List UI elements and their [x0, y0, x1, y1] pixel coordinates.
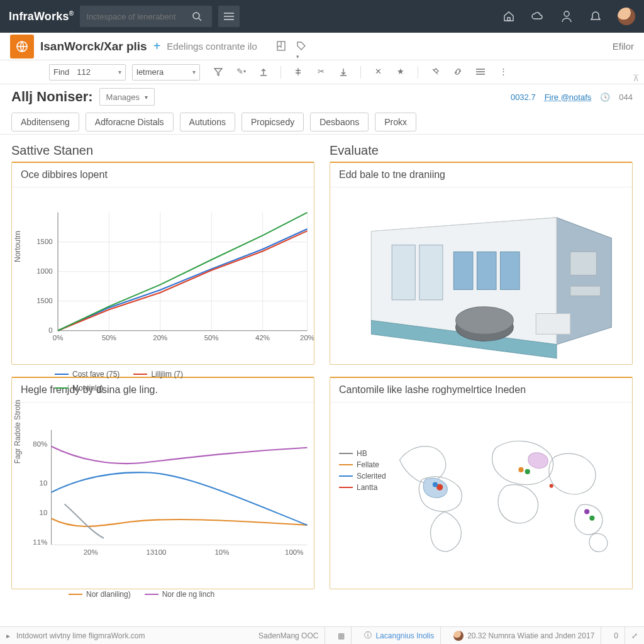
star-icon[interactable]: ★ [395, 66, 406, 77]
footer-user[interactable]: 20.32 Numnra Wiatie and Jnden 2017 [447, 627, 601, 644]
tab-aututions[interactable]: Aututions [180, 113, 235, 131]
clock-icon: 🕓 [600, 92, 610, 102]
manages-select[interactable]: Manages▾ [99, 88, 155, 106]
status-link[interactable]: Fire @notafs [545, 92, 592, 102]
svg-rect-39 [392, 245, 415, 300]
svg-point-61 [518, 467, 523, 472]
tab-abditenseng[interactable]: Abditenseng [11, 113, 79, 131]
text-select[interactable]: letmera ▾ [132, 64, 200, 80]
search-icon[interactable] [192, 11, 202, 21]
search-box[interactable] [80, 6, 212, 27]
map-legend: HB Fellate Sclerited Lantta [330, 402, 387, 589]
svg-text:80%: 80% [33, 440, 47, 448]
world-map [387, 402, 632, 589]
svg-text:100%: 100% [285, 548, 303, 556]
bookmark-icon[interactable] [276, 41, 287, 52]
svg-rect-5 [508, 18, 510, 21]
svg-text:13100: 13100 [147, 548, 167, 556]
subheader: Allj Noniser: Manages▾ 0032.7 Fire @nota… [0, 84, 644, 109]
user-icon[interactable] [560, 9, 574, 23]
chart1-legend: Cost fave (75) Lilljlim (7) Montinlg) [12, 369, 314, 392]
svg-rect-48 [536, 314, 570, 335]
svg-text:1500: 1500 [36, 238, 53, 245]
tab-propicsedy[interactable]: Propicsedy [242, 113, 304, 131]
chart1-body: Nortoutrn 0 1500 1000 1500 0%50%20%50%4 [12, 187, 314, 369]
card-map: Cantomile like lashe roghymelrtice Inede… [330, 377, 633, 589]
svg-text:20%: 20% [300, 334, 314, 341]
section-title-left: Sattive Stanen [11, 143, 314, 158]
svg-text:20%: 20% [84, 548, 98, 556]
card-model: Edd bale to tne draniing [330, 162, 633, 365]
svg-line-1 [199, 18, 201, 21]
svg-point-65 [550, 484, 553, 488]
svg-rect-44 [570, 252, 596, 275]
model-view[interactable] [330, 187, 632, 364]
pin-icon[interactable]: ⊼ [633, 73, 639, 83]
svg-text:42%: 42% [255, 334, 270, 341]
crumb-secondary: Edelings contrante ilo [167, 41, 257, 52]
ribbon-icons: ▾ [276, 41, 308, 52]
align-icon[interactable] [292, 66, 304, 77]
footer-caret-icon[interactable]: ▸ [6, 631, 10, 640]
bell-icon[interactable] [589, 9, 602, 23]
upload-icon[interactable] [258, 66, 269, 77]
cloud-icon[interactable] [531, 9, 545, 23]
chart1-svg: 0 1500 1000 1500 0%50%20%50%42%20% [12, 187, 314, 369]
footer-mid: SadenMang OOC [252, 627, 325, 644]
search-input[interactable] [86, 12, 187, 21]
avatar [453, 631, 464, 641]
tab-prokx[interactable]: Prokx [375, 113, 416, 131]
menu-button[interactable] [218, 6, 240, 27]
tab-adforacne[interactable]: Adforacne Distals [86, 113, 174, 131]
card-title: Oce dibbires lopent [12, 163, 314, 187]
toolbar: Find 112 ▾ letmera ▾ ✎▾ ✂ ✕ ★ ⋮ [0, 60, 644, 84]
home-icon[interactable] [502, 9, 516, 23]
add-button[interactable]: + [153, 39, 161, 53]
avatar[interactable] [618, 8, 635, 25]
right-column: Evaluate Edd bale to tne draniing [330, 143, 633, 365]
svg-text:10: 10 [40, 509, 48, 517]
status-count: 044 [619, 92, 633, 102]
close-icon[interactable]: ✕ [372, 66, 384, 77]
chart1-ylabel: Nortoutrn [13, 231, 22, 262]
efilor-label[interactable]: Efilor [613, 41, 634, 52]
content-grid: Sattive Stanen Oce dibbires lopent Norto… [0, 135, 644, 626]
find-select[interactable]: Find 112 ▾ [49, 64, 126, 80]
status-code: 0032.7 [511, 92, 536, 102]
svg-point-63 [584, 509, 589, 514]
svg-text:0: 0 [48, 326, 52, 334]
svg-rect-41 [453, 252, 473, 289]
pin-tool-icon[interactable] [430, 66, 441, 77]
left-column: Sattive Stanen Oce dibbires lopent Norto… [11, 143, 314, 365]
download-icon[interactable] [338, 66, 349, 77]
svg-point-6 [564, 11, 569, 16]
card-chart2: Hegle frenjdy by dsina gle ling. Fagr Ra… [11, 377, 314, 589]
footer-grid-icon[interactable]: ▦ [331, 627, 352, 644]
footer-expand-icon[interactable]: ⤢ [631, 631, 638, 640]
footer-zero: 0 [608, 627, 625, 644]
footer-link[interactable]: ⓘLacangnius Inolis [358, 627, 441, 644]
cut-icon[interactable]: ✂ [315, 66, 326, 77]
chart2-legend: Nor dlaniling) Nor dle ng linch [12, 589, 314, 599]
svg-point-47 [456, 307, 514, 335]
svg-text:50%: 50% [102, 334, 116, 341]
pen-icon[interactable]: ✎▾ [235, 66, 247, 77]
svg-point-0 [193, 13, 199, 19]
svg-text:10: 10 [40, 480, 48, 487]
link-icon[interactable] [452, 66, 464, 77]
chart2-body: Fagr Radole Strotn 11%101080% 20%1310010… [12, 402, 314, 589]
tag-icon[interactable]: ▾ [296, 41, 308, 52]
page-title: Allj Noniser: [11, 89, 93, 105]
filter-icon[interactable] [213, 66, 224, 77]
toolbar-icons: ✎▾ ✂ ✕ ★ ⋮ [213, 66, 509, 79]
card-chart1: Oce dibbires lopent Nortoutrn 0 1500 100… [11, 162, 314, 365]
svg-rect-40 [419, 245, 443, 300]
svg-point-62 [525, 469, 530, 474]
svg-rect-43 [501, 252, 520, 289]
more-icon[interactable]: ⋮ [497, 66, 509, 77]
map-body[interactable]: HB Fellate Sclerited Lantta [330, 402, 632, 589]
top-icon-group [502, 8, 635, 25]
tab-desbaons[interactable]: Desbaons [310, 113, 369, 131]
list-icon[interactable] [475, 66, 486, 77]
breadcrumb: IsanWorck/Xar plis [40, 40, 147, 53]
